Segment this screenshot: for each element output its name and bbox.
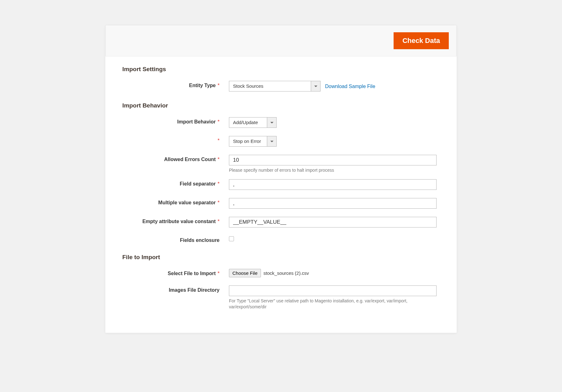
label-text: Fields enclosure [180,238,220,243]
chevron-down-icon[interactable] [311,81,320,91]
label-text: Select File to Import [168,271,216,276]
label-select-file: Select File to Import* [122,269,229,276]
label-text: Multiple value separator [158,200,216,205]
images-file-directory-input[interactable] [229,285,437,296]
section-title-import-behavior: Import Behavior [122,102,440,109]
required-asterisk: * [218,119,220,124]
required-asterisk: * [218,181,220,186]
label-text: Empty attribute value constant [142,219,216,224]
required-asterisk: * [218,83,220,88]
download-sample-file-link[interactable]: Download Sample File [325,84,375,89]
label-allowed-errors-count: Allowed Errors Count* [122,155,229,162]
label-field-separator: Field separator* [122,179,229,187]
entity-type-value: Stock Sources [229,81,311,91]
import-form-card: Check Data Import Settings Entity Type* … [105,25,457,333]
required-asterisk: * [218,138,220,143]
entity-type-select[interactable]: Stock Sources [229,81,321,91]
empty-attribute-constant-input[interactable] [229,217,437,227]
label-entity-type: Entity Type* [122,81,229,88]
label-text: Import Behavior [177,119,216,124]
required-asterisk: * [218,200,220,205]
label-validation-strategy: * [122,136,229,144]
selected-file-name: stock_sources (2).csv [263,270,309,276]
label-import-behavior: Import Behavior* [122,117,229,125]
chevron-down-icon[interactable] [267,118,276,128]
validation-strategy-value: Stop on Error [229,136,267,146]
chevron-down-icon[interactable] [267,136,276,146]
allowed-errors-count-input[interactable] [229,155,437,165]
label-text: Field separator [180,181,216,186]
label-text: Allowed Errors Count [164,157,215,162]
required-asterisk: * [218,271,220,276]
allowed-errors-hint: Please specify number of errors to halt … [229,167,430,174]
label-text: Images File Directory [169,287,220,293]
section-title-file-to-import: File to Import [122,254,440,261]
import-behavior-select[interactable]: Add/Update [229,117,277,128]
toolbar: Check Data [105,25,457,56]
required-asterisk: * [218,219,220,224]
required-asterisk: * [218,157,220,162]
fields-enclosure-checkbox[interactable] [229,236,234,241]
images-dir-hint: For Type "Local Server" use relative pat… [229,298,430,310]
import-behavior-value: Add/Update [229,118,267,128]
section-title-import-settings: Import Settings [122,66,440,73]
field-separator-input[interactable] [229,179,437,190]
multiple-value-separator-input[interactable] [229,198,437,209]
label-fields-enclosure: Fields enclosure [122,236,229,243]
choose-file-button[interactable]: Choose File [229,269,261,277]
validation-strategy-select[interactable]: Stop on Error [229,136,277,147]
label-images-file-directory: Images File Directory [122,285,229,293]
label-text: Entity Type [189,83,216,88]
label-multiple-value-separator: Multiple value separator* [122,198,229,206]
check-data-button[interactable]: Check Data [394,32,449,49]
label-empty-attribute-constant: Empty attribute value constant* [122,217,229,224]
